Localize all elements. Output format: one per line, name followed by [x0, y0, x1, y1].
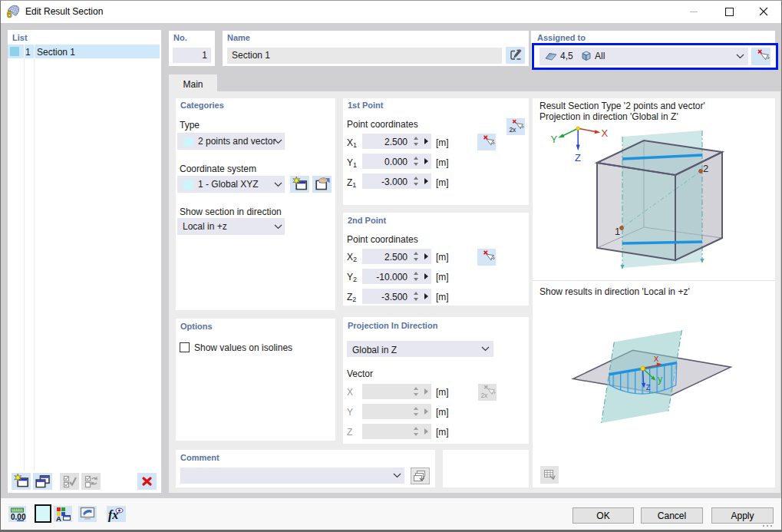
svg-text:0.00: 0.00 [11, 513, 26, 521]
svg-text:x: x [654, 353, 659, 364]
svg-text:1: 1 [615, 226, 620, 237]
svg-text:2: 2 [703, 163, 708, 174]
svg-text:Z: Z [575, 152, 581, 164]
svg-text:A: A [56, 514, 61, 523]
svg-text:Result Section Type '2 points: Result Section Type '2 points and vector… [539, 101, 705, 111]
svg-text:Y: Y [551, 134, 558, 145]
svg-text:Projection in direction 'Globa: Projection in direction 'Global in Z' [539, 111, 678, 122]
svg-text:y: y [658, 374, 663, 385]
svg-text:z: z [646, 382, 651, 392]
svg-text:2x: 2x [480, 392, 488, 399]
svg-text:6: 6 [7, 9, 12, 19]
svg-text:Show results in direction 'Loc: Show results in direction 'Local in +z' [539, 286, 690, 297]
svg-text:2x: 2x [509, 126, 516, 134]
svg-text:X: X [602, 127, 609, 139]
